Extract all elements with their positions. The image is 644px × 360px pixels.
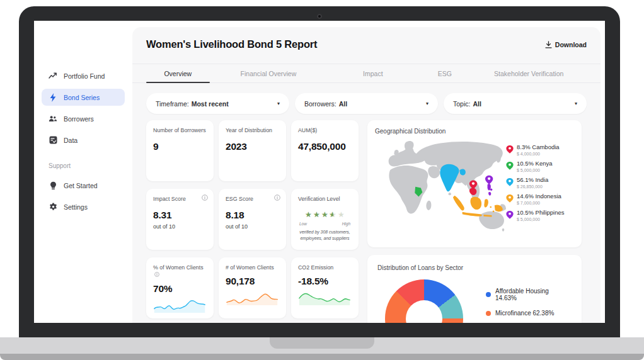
card-value: 8.18 [226,210,279,221]
geo-legend-label: 10.5% Kenya [517,160,553,167]
loans-by-sector-card: Distribution of Loans by Sector Affordab… [367,255,582,323]
sidebar: Portfolio Fund Bond Series Borrowers Dat… [34,21,132,323]
info-icon[interactable] [202,194,208,201]
data-doc-icon [49,136,57,145]
chevron-down-icon: ▾ [575,101,577,106]
borrowers-filter[interactable]: Borrowers: All ▾ [295,93,438,114]
chevron-down-icon: ▾ [426,101,428,106]
geo-legend-label: 10.5% Philippines [517,210,565,217]
sidebar-item-label: Settings [64,203,88,211]
filter-label: Borrowers: [304,100,336,108]
card-value: 90,178 [226,276,279,287]
card-title: Distribution of Loans by Sector [377,264,572,271]
legend-label: Affordable Housing 14.63% [495,288,572,301]
card-value: 70% [153,283,207,295]
loans-legend-item: Microfinance 62.38% [486,310,572,317]
filter-label: Timeframe: [156,100,189,108]
geo-legend-item: 8.3% Cambodia$ 4,000,000 [506,144,572,156]
card-value: 47,850,000 [298,141,352,152]
geo-legend-amount: $ 5,000,000 [517,217,565,222]
geo-legend-label: 8.3% Cambodia [517,144,560,151]
filter-label: Topic: [453,100,470,108]
page-title: Women's Livelihood Bond 5 Report [146,38,317,50]
number-of-borrowers-card: Number of Borrowers 9 [146,120,214,181]
map-pin-icon [506,145,514,154]
card-label: CO2 Emission [298,264,352,271]
sidebar-item-label: Borrowers [64,115,94,123]
geographical-distribution-card: Geographical Distribution [367,120,582,247]
card-label: Year of Distribution [226,127,279,134]
sidebar-item-settings[interactable]: Settings [42,198,125,215]
sidebar-item-label: Get Started [64,182,98,189]
loans-legend: Affordable Housing 14.63% Microfinance 6… [486,279,572,323]
download-button[interactable]: Download [545,41,587,48]
legend-dot [486,311,491,316]
bolt-icon [49,93,57,102]
card-label: # of Women Clients [226,264,279,271]
geo-legend: 8.3% Cambodia$ 4,000,000 10.5% Kenya$ 5,… [506,137,572,236]
geo-legend-amount: $ 7,000,000 [517,201,561,205]
chevron-down-icon: ▾ [277,101,280,106]
geo-legend-amount: $ 26,850,000 [517,184,548,189]
tab-stakeholder-verification[interactable]: Stakeholder Verification [471,64,587,82]
sidebar-item-borrowers[interactable]: Borrowers [42,110,125,127]
card-label: ESG Score [226,196,279,203]
tab-overview[interactable]: Overview [146,64,210,82]
rating-high-label: High [342,222,350,226]
sidebar-item-bond-series[interactable]: Bond Series [42,89,125,106]
card-value: 2023 [226,141,279,152]
loans-legend-item: Affordable Housing 14.63% [486,288,572,301]
sidebar-item-get-started[interactable]: Get Started [42,177,125,194]
lightbulb-icon [49,181,57,190]
topic-filter[interactable]: Topic: All ▾ [444,93,587,114]
star-icon: ★★ [329,211,337,218]
sparkline-chart [153,296,207,313]
card-subtext: out of 10 [153,223,207,230]
report-panel: Women's Livelihood Bond 5 Report Downloa… [132,27,601,323]
sparkline-chart [298,289,352,305]
filter-value: All [339,100,347,108]
sidebar-item-data[interactable]: Data [42,132,125,149]
filter-value: All [473,100,481,108]
sparkline-chart [226,289,279,305]
map-pin-icon [506,194,514,203]
esg-score-card: ESG Score 8.18 out of 10 [219,189,286,250]
loans-donut-chart [385,279,463,323]
geo-legend-amount: $ 5,000,000 [517,168,553,172]
timeframe-filter[interactable]: Timeframe: Most recent ▾ [146,93,289,114]
rating-low-label: Low [299,222,307,226]
trend-up-icon [49,72,57,81]
download-label: Download [555,41,587,48]
tab-impact[interactable]: Impact [327,64,418,82]
sidebar-item-portfolio-fund[interactable]: Portfolio Fund [42,67,125,84]
tab-esg[interactable]: ESG [418,64,471,82]
laptop-base [0,337,644,354]
people-icon [49,115,57,123]
women-clients-pct-card: % of Women Clients 70% [146,257,214,318]
geo-legend-amount: $ 4,000,000 [517,152,560,156]
card-label: Verification Level [298,196,352,203]
card-subtext: out of 10 [226,223,279,230]
card-value: -18.5% [298,276,352,287]
card-value: 9 [153,141,207,152]
women-clients-count-card: # of Women Clients 90,178 [219,257,286,318]
star-icon: ★★ [337,211,345,218]
laptop-base-notch [270,337,374,349]
year-of-distribution-card: Year of Distribution 2023 [219,120,286,181]
card-label: Impact Score [153,196,207,203]
map-country-cambodia [469,188,476,194]
legend-label: Microfinance 62.38% [495,310,554,317]
legend-dot [486,292,491,297]
geo-legend-label: 56.1% India [517,177,548,184]
info-icon[interactable] [154,272,159,277]
card-value: 8.31 [153,210,207,221]
tab-financial-overview[interactable]: Financial Overview [210,64,328,82]
info-icon[interactable] [274,194,280,201]
geo-legend-item: 56.1% India$ 26,850,000 [506,177,572,189]
star-icon: ★★ [321,211,329,218]
sidebar-item-label: Portfolio Fund [64,72,105,80]
laptop-base-edge [0,354,644,360]
stat-card-grid: Number of Borrowers 9 Year of Distributi… [146,120,359,323]
screen: Portfolio Fund Bond Series Borrowers Dat… [34,21,605,323]
aum-card: AUM($) 47,850,000 [291,120,359,181]
